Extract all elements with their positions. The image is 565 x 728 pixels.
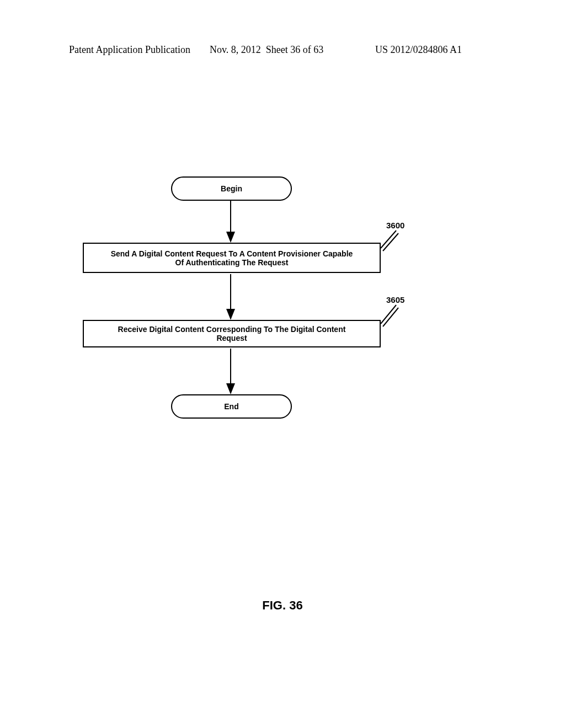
svg-line-5: [383, 233, 398, 251]
step2-text: Receive Digital Content Corresponding To…: [106, 325, 358, 342]
reference-numeral-3600: 3600: [386, 221, 404, 230]
end-label: End: [224, 402, 238, 411]
svg-line-6: [381, 305, 396, 324]
flowchart-begin-terminator: Begin: [171, 176, 292, 201]
figure-caption: FIG. 36: [0, 598, 565, 613]
reference-numeral-3605: 3605: [386, 295, 404, 304]
flowchart-step-2: Receive Digital Content Corresponding To…: [83, 320, 381, 347]
begin-label: Begin: [221, 184, 242, 193]
svg-line-7: [383, 308, 398, 326]
sheet-number: Sheet 36 of 63: [266, 44, 323, 55]
svg-line-4: [381, 231, 396, 248]
publication-label: Patent Application Publication: [69, 44, 190, 56]
step1-text: Send A Digital Content Request To A Cont…: [106, 249, 358, 267]
publication-date: Nov. 8, 2012: [210, 44, 261, 55]
publication-number: US 2012/0284806 A1: [375, 44, 462, 56]
flowchart-end-terminator: End: [171, 394, 292, 419]
publication-date-sheet: Nov. 8, 2012 Sheet 36 of 63: [210, 44, 323, 56]
flowchart-step-1: Send A Digital Content Request To A Cont…: [83, 243, 381, 273]
